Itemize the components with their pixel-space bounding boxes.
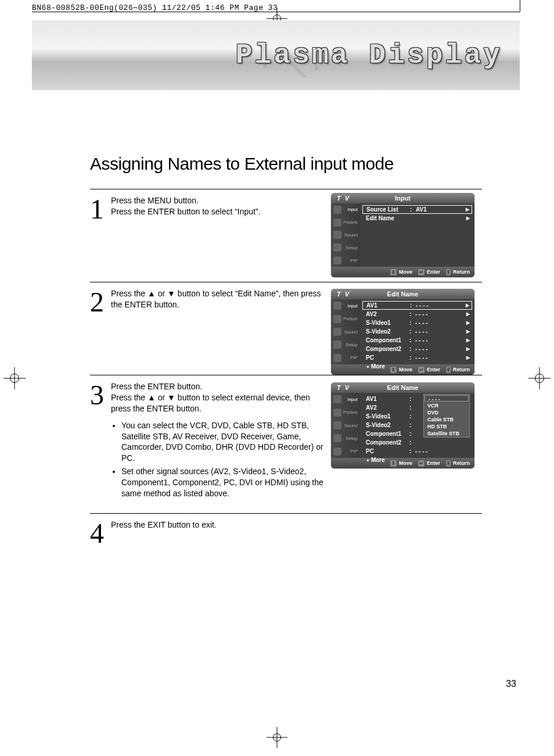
step-text: Press the ENTER button. [111,382,202,391]
osd-row: PC:- - - -▶ [362,353,472,362]
osd-row-value: AV1 [416,206,468,213]
step-number: 3 [90,380,111,501]
colon: : [409,404,415,411]
osd-row: Component2: [362,438,472,447]
banner-title: Plasma Display [236,40,502,71]
osd-tv-label: T V [337,291,350,298]
osd-row-label: Source List [366,206,410,213]
sidebar-item-setup: Setup [331,338,360,351]
colon: : [409,431,415,437]
osd-row-label: AV1 [366,396,409,402]
osd-sidebar: Input Picture Sound Setup PIP [331,393,360,458]
sidebar-item-setup: Setup [331,241,360,254]
footer-enter: ↵Enter [418,269,440,275]
step-text: Press the EXIT button to exit. [111,520,217,529]
osd-dropdown: - - - -VCRDVDCable STBHD STBSatellite ST… [423,394,470,438]
osd-row-label: Component2 [366,439,409,446]
osd-row: AV1:- - - -▶ [362,301,472,310]
osd-row-label: AV2 [366,311,409,317]
sidebar-item-picture: Picture [331,406,360,418]
step-number: 2 [90,287,111,363]
sidebar-item-sound: Sound [331,229,360,242]
colon: : [409,346,415,352]
step-body: Press the EXIT button to exit. [111,518,329,546]
osd-row: More [362,362,472,371]
osd-row-label: S-Video2 [366,422,409,428]
step-4: 4 Press the EXIT button to exit. [90,513,482,557]
setup-icon [333,341,341,349]
registration-mark-right [531,370,548,387]
arrow-right-icon: ▶ [466,207,469,212]
osd-row-value: - - - - [416,302,468,309]
sidebar-item-input: Input [331,203,360,216]
osd-row-label: AV1 [366,302,410,309]
footer-return: ⅡReturn [446,269,470,275]
dropdown-item: HD STB [424,423,469,430]
registration-mark-bottom [270,730,284,744]
osd-titlebar: T V Input [331,193,474,203]
sidebar-item-pip: PIP [331,445,360,458]
arrow-right-icon: ▶ [466,355,470,360]
sidebar-item-picture: Picture [331,312,360,325]
osd-row-source-list: Source List : AV1 ▶ [362,205,472,214]
colon: : [409,439,415,446]
step-number: 1 [90,194,111,270]
osd-title: Edit Name [387,291,419,298]
osd-sidebar: Input Picture Sound Setup PIP [331,203,360,267]
registration-mark-left [6,370,23,387]
step-text: Press the ▲ or ▼ button to select extern… [111,393,310,413]
osd-row: PC:- - - - [362,447,472,456]
osd-row-value: - - - - [415,328,469,335]
osd-sidebar: Input Picture Sound Setup PIP [331,299,360,364]
osd-row-label: S-Video1 [366,320,409,326]
setup-icon [333,434,341,442]
dropdown-item: VCR [424,402,469,409]
banner: Plasma Display [32,20,520,90]
sidebar-item-input: Input [331,299,360,312]
pip-icon [333,354,341,362]
osd-row-value: - - - - [415,337,469,343]
osd-titlebar: T V Edit Name [331,382,474,393]
enter-icon: ↵ [418,269,425,275]
osd-row: S-Video2:- - - -▶ [362,327,472,336]
osd-row-value: - - - - [415,448,469,454]
step-bullet: Set other signal sources (AV2, S-Video1,… [121,466,329,499]
sidebar-item-pip: PIP [331,254,360,267]
osd-title: Edit Name [387,384,419,391]
osd-row: AV2:- - - -▶ [362,310,472,318]
sound-icon [333,231,341,239]
colon: : [410,206,416,213]
colon: : [409,413,415,420]
colon: : [409,337,415,343]
step-body: Press the ▲ or ▼ button to select “Edit … [111,287,329,363]
osd-row-label: S-Video1 [366,413,409,420]
colon: : [409,328,415,335]
arrow-right-icon: ▶ [466,338,470,343]
osd-row: Component1:- - - -▶ [362,336,472,345]
osd-title: Input [395,195,411,202]
dropdown-item: - - - - [425,395,469,402]
colon: : [409,396,415,402]
sidebar-item-input: Input [331,393,360,406]
osd-row-label: PC [366,354,409,361]
footer-move: ⇕Move [390,269,412,275]
osd-row-label: Component2 [366,346,409,352]
osd-row: S-Video1:- - - -▶ [362,318,472,327]
arrow-right-icon: ▶ [466,346,470,352]
colon: : [410,302,416,309]
osd-footer: ⇕Move ↵Enter ⅡReturn [331,267,474,277]
input-icon [333,395,341,403]
colon: : [409,422,415,428]
osd-row-label: More [366,457,409,463]
osd-row-value: - - - - [415,320,469,326]
arrow-right-icon: ▶ [466,311,470,317]
osd-screenshot-edit-name: T V Edit Name Input Picture Sound Setup … [331,289,474,375]
osd-row: More [362,456,472,464]
sound-icon [333,328,341,336]
updown-icon: ⇕ [390,269,397,275]
dropdown-item: DVD [424,409,469,416]
osd-row-label: PC [366,448,409,454]
step-bullet: You can select the VCR, DVD, Cable STB, … [121,420,329,464]
arrow-right-icon: ▶ [466,329,470,334]
sidebar-item-sound: Sound [331,325,360,338]
